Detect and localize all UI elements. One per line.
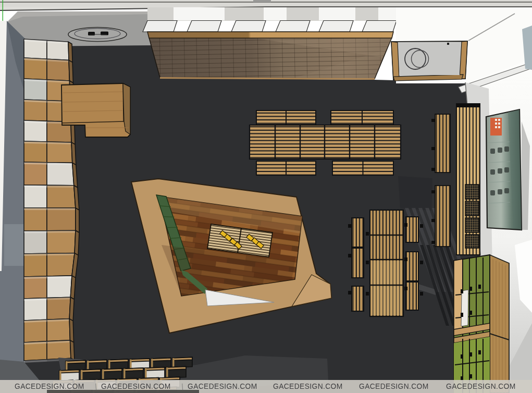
svg-text:GACEDESIGN.COM: GACEDESIGN.COM [359,383,429,390]
svg-text:GACEDESIGN.COM: GACEDESIGN.COM [188,383,257,390]
svg-text:GACEDESIGN.COM: GACEDESIGN.COM [446,383,516,390]
svg-text:GACEDESIGN.COM: GACEDESIGN.COM [273,383,343,390]
svg-text:GACEDESIGN.COM: GACEDESIGN.COM [101,383,171,390]
svg-text:GACEDESIGN.COM: GACEDESIGN.COM [15,383,84,390]
